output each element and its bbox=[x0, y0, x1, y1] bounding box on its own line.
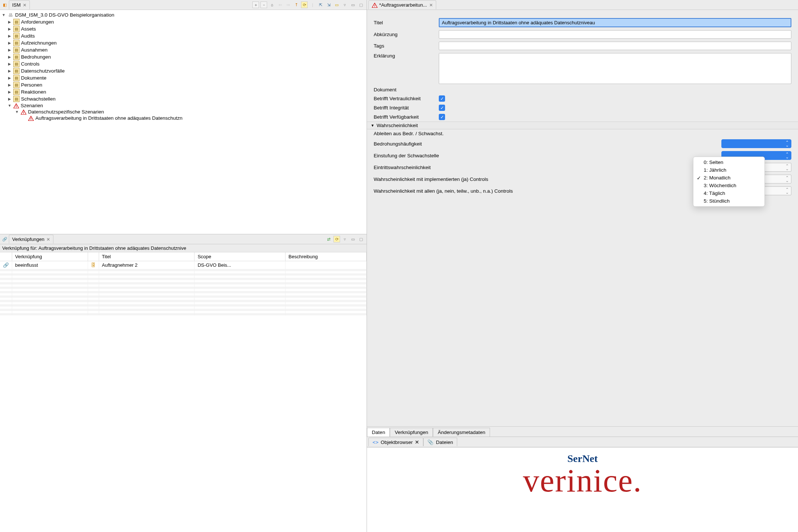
expand-icon[interactable]: ▶ bbox=[7, 62, 12, 66]
expand-icon[interactable]: ▶ bbox=[7, 97, 12, 101]
links-max-icon[interactable]: ▢ bbox=[358, 236, 364, 242]
expand-icon[interactable]: ▶ bbox=[7, 20, 12, 24]
close-icon[interactable]: ✕ bbox=[415, 439, 419, 445]
toolbar-sync-icon[interactable]: ⟳ bbox=[301, 1, 308, 8]
dropdown-option[interactable]: 3: Wöchentlich bbox=[693, 182, 764, 189]
tree-node[interactable]: ▶▤Assets bbox=[0, 25, 367, 32]
toolbar-back-icon[interactable]: ⇦ bbox=[277, 1, 283, 8]
folder-icon: ▤ bbox=[13, 96, 20, 102]
toolbar-open-icon[interactable]: ▭ bbox=[333, 1, 340, 8]
tab-editor[interactable]: ! *Auftragsverarbeitun... ✕ bbox=[368, 0, 436, 9]
select-bedrohung[interactable]: ⌃⌄ bbox=[721, 139, 791, 148]
tree-node-ds-szenarien[interactable]: ▼ ! Datenschutzspezifische Szenarien bbox=[0, 109, 367, 115]
toolbar-home-icon[interactable]: ⌂ bbox=[269, 1, 275, 8]
dropdown-option[interactable]: 1: Jährlich bbox=[693, 166, 764, 174]
tree-node[interactable]: ▶▤Aufzeichnungen bbox=[0, 39, 367, 46]
toolbar-fwd-icon[interactable]: ⇨ bbox=[285, 1, 291, 8]
toolbar-minimize-icon[interactable]: ▭ bbox=[350, 1, 356, 8]
btab-daten[interactable]: Daten bbox=[367, 428, 390, 437]
links-tool-1-icon[interactable]: ⇄ bbox=[325, 236, 332, 242]
tree-root[interactable]: ▼ 品 DSM_ISM_3.0 DS-GVO Beispielorganisat… bbox=[0, 11, 367, 18]
input-abk[interactable] bbox=[439, 30, 791, 39]
col-link[interactable]: Verknüpfung bbox=[12, 252, 88, 261]
expand-icon[interactable]: ▼ bbox=[1, 13, 6, 17]
expand-icon[interactable]: ▶ bbox=[7, 69, 12, 73]
links-sync-icon[interactable]: ⟳ bbox=[333, 236, 340, 242]
btab-verkn[interactable]: Verknüpfungen bbox=[390, 428, 433, 437]
close-icon[interactable]: ✕ bbox=[429, 3, 433, 8]
toolbar-upload-icon[interactable]: ⤒ bbox=[293, 1, 300, 8]
toolbar-maximize-icon[interactable]: ▢ bbox=[358, 1, 364, 8]
tree-node-szenarien[interactable]: ▼ ! Szenarien bbox=[0, 102, 367, 109]
links-subhead: Verknüpfung für: Auftragsverarbeitung in… bbox=[0, 244, 367, 252]
tree-node[interactable]: ▶▤Schwachstellen bbox=[0, 95, 367, 102]
expand-icon[interactable]: ▶ bbox=[7, 76, 12, 80]
close-icon[interactable]: ✕ bbox=[46, 237, 50, 242]
table-row[interactable] bbox=[0, 313, 367, 315]
dropdown-option[interactable]: 0: Selten bbox=[693, 158, 764, 166]
editor-tabbar: ! *Auftragsverarbeitun... ✕ bbox=[367, 0, 798, 10]
expand-icon[interactable]: ▶ bbox=[7, 48, 12, 52]
table-row[interactable]: 🔗beeinflusst🗄Auftragnehmer 2DS-GVO Beis.… bbox=[0, 261, 367, 269]
links-min-icon[interactable]: ▭ bbox=[350, 236, 356, 242]
dropdown-option[interactable]: 2: Monatlich bbox=[693, 174, 764, 182]
tree-node[interactable]: ▶▤Datenschutzvorfälle bbox=[0, 67, 367, 74]
tab-ob-label: Objektbrowser bbox=[381, 440, 413, 445]
expand-icon[interactable]: ▶ bbox=[7, 90, 12, 94]
tree-label: Bedrohungen bbox=[21, 54, 51, 60]
toolbar-remove-icon[interactable]: － bbox=[260, 1, 267, 8]
tree-leaf-auftrag[interactable]: ! Auftragsverarbeitung in Drittstaaten o… bbox=[0, 115, 367, 121]
toolbar-import-icon[interactable]: ⇱ bbox=[317, 1, 324, 8]
expand-icon[interactable]: ▶ bbox=[7, 55, 12, 59]
tree-node[interactable]: ▶▤Anforderungen bbox=[0, 18, 367, 25]
ism-tree: ▼ 品 DSM_ISM_3.0 DS-GVO Beispielorganisat… bbox=[0, 10, 367, 234]
tree-label: Audits bbox=[21, 33, 35, 39]
expand-icon[interactable]: ▶ bbox=[7, 34, 12, 38]
collapse-icon[interactable]: ▼ bbox=[371, 123, 374, 127]
toolbar-export-icon[interactable]: ⇲ bbox=[325, 1, 332, 8]
col-scope[interactable]: Scope bbox=[195, 252, 286, 261]
label-bi: Betrifft Integrität bbox=[374, 105, 434, 111]
links-menu-icon[interactable]: ▿ bbox=[342, 236, 348, 242]
tree-node[interactable]: ▶▤Controls bbox=[0, 60, 367, 67]
link-icon: 🔗 bbox=[1, 236, 8, 242]
expand-icon[interactable]: ▼ bbox=[15, 110, 19, 114]
tab-ism[interactable]: ISM ✕ bbox=[9, 0, 30, 9]
expand-icon[interactable]: ▼ bbox=[7, 104, 12, 108]
link-row-icon2: 🗄 bbox=[88, 261, 99, 269]
tab-links[interactable]: Verknüpfungen ✕ bbox=[9, 235, 53, 244]
checkbox-vertraulichkeit[interactable]: ✓ bbox=[439, 95, 445, 102]
label-ableiten: Ableiten aus Bedr. / Schwachst. bbox=[374, 131, 791, 136]
tab-objektbrowser[interactable]: <> Objektbrowser ✕ bbox=[368, 438, 423, 446]
tree-label: Auftragsverarbeitung in Drittstaaten ohn… bbox=[35, 115, 182, 121]
checkbox-verfuegbarkeit[interactable]: ✓ bbox=[439, 114, 445, 120]
dropdown-option[interactable]: 4: Täglich bbox=[693, 189, 764, 197]
tab-dateien-label: Dateien bbox=[436, 440, 453, 445]
toolbar-menu-icon[interactable]: ▿ bbox=[342, 1, 348, 8]
expand-icon[interactable]: ▶ bbox=[7, 27, 12, 31]
col-desc[interactable]: Beschreibung bbox=[286, 252, 367, 261]
tree-node[interactable]: ▶▤Bedrohungen bbox=[0, 53, 367, 60]
cell-link: beeinflusst bbox=[12, 261, 88, 269]
input-titel[interactable] bbox=[439, 18, 791, 27]
tree-node[interactable]: ▶▤Dokumente bbox=[0, 74, 367, 81]
input-erkl[interactable] bbox=[439, 53, 791, 84]
tree-label: Personen bbox=[21, 82, 42, 88]
dropdown-option[interactable]: 5: Stündlich bbox=[693, 197, 764, 205]
section-wahrscheinlichkeit[interactable]: ▼ Wahrscheinlichkeit bbox=[367, 122, 798, 129]
checkbox-integritaet[interactable]: ✓ bbox=[439, 105, 445, 111]
close-icon[interactable]: ✕ bbox=[23, 3, 27, 8]
tree-node[interactable]: ▶▤Personen bbox=[0, 81, 367, 88]
tree-node[interactable]: ▶▤Ausnahmen bbox=[0, 46, 367, 53]
btab-meta[interactable]: Änderungsmetadaten bbox=[433, 428, 490, 437]
tree-node[interactable]: ▶▤Audits bbox=[0, 32, 367, 39]
col-title[interactable]: Titel bbox=[99, 252, 195, 261]
folder-icon: ▤ bbox=[13, 54, 20, 60]
chevron-icon: ⌃⌄ bbox=[785, 188, 789, 194]
tree-node[interactable]: ▶▤Reaktionen bbox=[0, 88, 367, 95]
tab-dateien[interactable]: 📎 Dateien bbox=[423, 438, 457, 446]
expand-icon[interactable]: ▶ bbox=[7, 41, 12, 45]
input-tags[interactable] bbox=[439, 42, 791, 50]
toolbar-add-icon[interactable]: ＋ bbox=[252, 1, 259, 8]
expand-icon[interactable]: ▶ bbox=[7, 83, 12, 87]
